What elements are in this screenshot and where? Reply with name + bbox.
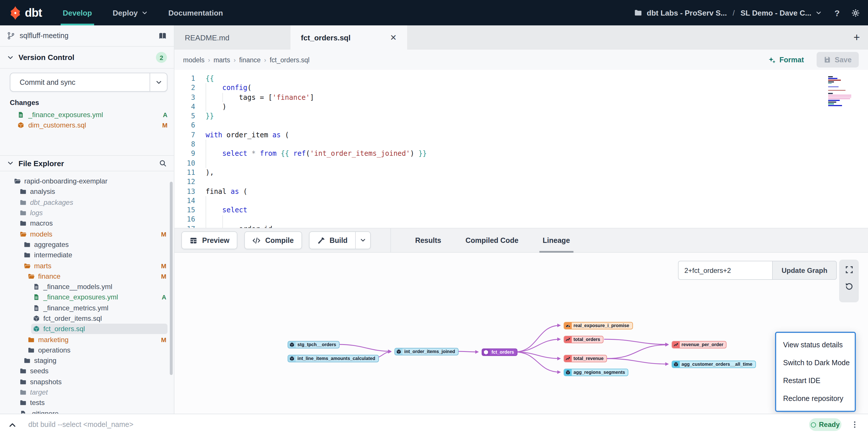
new-tab-button[interactable]: + [854, 31, 860, 44]
version-control-header[interactable]: Version Control 2 [0, 47, 174, 69]
lineage-node-agg-regions-segments[interactable]: agg_regions_segments [564, 368, 629, 376]
commit-and-sync-button[interactable]: Commit and sync [10, 73, 167, 92]
nav-documentation[interactable]: Documentation [168, 0, 223, 25]
lineage-node-real-exposure[interactable]: real_exposure_i_promise [564, 322, 633, 329]
fullscreen-icon[interactable] [845, 265, 853, 274]
dbt-logo[interactable]: dbt [8, 5, 42, 20]
menu-view-status-details[interactable]: View status details [776, 341, 855, 349]
ready-status-badge[interactable]: Ready [809, 418, 841, 431]
tab-lineage[interactable]: Lineage [542, 228, 570, 253]
kebab-menu-icon[interactable] [851, 421, 859, 429]
folder-icon [20, 188, 27, 195]
lineage-node-revenue-per-order[interactable]: revenue_per_order [672, 341, 727, 348]
breadcrumb-marts[interactable]: marts [214, 56, 239, 63]
file-tree-item-snapshots[interactable]: snapshots [0, 376, 175, 387]
file-tree-item-seeds[interactable]: seeds [0, 366, 175, 377]
file-tree-item-fct-order-items[interactable]: fct_order_items.sql [0, 313, 175, 324]
docs-book-icon[interactable] [158, 31, 167, 40]
status-dot-icon [811, 422, 816, 427]
build-options-dropdown[interactable] [355, 232, 370, 249]
indent-guide [206, 83, 206, 112]
lineage-node-total-orders[interactable]: total_orders [564, 335, 603, 343]
file-tree-item-aggregates[interactable]: aggregates [0, 239, 175, 250]
indent-guide [206, 196, 206, 228]
tab-results[interactable]: Results [415, 228, 441, 253]
code-editor[interactable]: 1{{ 2 config( 3 tags = ['finance'] 4 ) 5… [175, 70, 868, 228]
chevron-down-icon [360, 237, 366, 243]
dbt-command-input[interactable] [27, 420, 809, 429]
save-button[interactable]: Save [816, 52, 859, 67]
tab-compiled-code[interactable]: Compiled Code [465, 228, 518, 253]
changed-file-dim-customers[interactable]: dim_customers.sql M [17, 120, 167, 130]
preview-button[interactable]: Preview [181, 231, 238, 249]
menu-switch-dark-mode[interactable]: Switch to Dark Mode [776, 359, 855, 367]
file-tree-item-analysis[interactable]: analysis [0, 187, 175, 197]
reset-graph-icon[interactable] [845, 282, 853, 291]
panel-toolbar: Preview Compile Build Results Compiled C… [175, 228, 868, 253]
file-tree-item-marketing[interactable]: marketingM [0, 334, 175, 345]
status-modified: M [161, 273, 166, 280]
file-tree-item-finance-exposures-yml[interactable]: _finance_exposures.ymlA [0, 292, 175, 303]
compile-button[interactable]: Compile [245, 231, 302, 249]
folder-icon [24, 241, 31, 248]
folder-open-icon [14, 178, 21, 185]
lineage-node-fct-orders-selected[interactable]: fct_orders [482, 348, 518, 356]
model-cube-icon [564, 368, 572, 376]
lineage-controls [839, 260, 859, 302]
file-tree-item-tests[interactable]: tests [0, 398, 175, 408]
git-branch-icon [7, 32, 15, 40]
file-explorer-header[interactable]: File Explorer [0, 155, 174, 171]
file-tree-item-intermediate[interactable]: intermediate [0, 250, 175, 261]
lineage-node-stg-tpch-orders[interactable]: stg_tpch__orders [288, 341, 340, 348]
file-tree-item-finance-metrics-yml[interactable]: _finance_metrics.yml [0, 303, 175, 313]
nav-develop[interactable]: Develop [63, 0, 92, 25]
lineage-node-agg-customer-orders[interactable]: agg_customer_orders__all_time [672, 360, 756, 368]
version-control-title: Version Control [19, 53, 74, 62]
lineage-selector-group: Update Graph [678, 261, 837, 280]
file-tree-item-macros[interactable]: macros [0, 218, 175, 229]
breadcrumb-finance[interactable]: finance [239, 56, 270, 63]
changes-count-badge: 2 [156, 52, 167, 63]
build-button[interactable]: Build [309, 232, 355, 249]
code-line: tags = ['finance'] [206, 93, 314, 102]
minimap[interactable] [828, 76, 855, 107]
file-tree-item-root[interactable]: rapid-onboarding-exemplar [0, 176, 175, 187]
menu-reclone-repository[interactable]: Reclone repository [776, 394, 855, 402]
help-icon[interactable]: ? [835, 8, 840, 18]
file-tree-item-finance-models-yml[interactable]: _finance__models.yml [0, 281, 175, 292]
file-tree-item-marts[interactable]: martsM [0, 261, 175, 271]
file-tree-item-staging[interactable]: staging [0, 356, 175, 366]
file-tree-item-logs[interactable]: logs [0, 208, 175, 219]
close-icon[interactable]: ✕ [390, 33, 397, 42]
update-graph-button[interactable]: Update Graph [772, 261, 837, 280]
nav-deploy[interactable]: Deploy [113, 0, 148, 25]
file-tree-item-fct-orders-selected[interactable]: fct_orders.sql [31, 324, 167, 334]
file-tree-item-operations[interactable]: operations [0, 345, 175, 356]
status-modified: M [161, 262, 166, 269]
file-tree-scrollbar[interactable] [170, 182, 173, 375]
search-icon[interactable] [159, 159, 167, 167]
changed-file-finance-exposures[interactable]: _finance_exposures.yml A [17, 110, 167, 120]
floppy-save-icon [824, 56, 831, 63]
folder-open-icon [20, 231, 27, 237]
file-tree-item-finance[interactable]: financeM [0, 271, 175, 281]
breadcrumb-models[interactable]: models [183, 56, 214, 63]
account-project-switcher[interactable]: dbt Labs - ProServ S... / SL Demo - Dave… [647, 8, 822, 17]
code-line: order_id, [206, 225, 277, 228]
tab-readme[interactable]: README.md [175, 25, 290, 49]
commit-options-dropdown[interactable] [150, 73, 167, 91]
chevron-up-icon[interactable] [8, 420, 17, 429]
lineage-node-total-revenue[interactable]: total_revenue [564, 355, 607, 362]
file-tree-item-models[interactable]: modelsM [0, 229, 175, 239]
lineage-node-int-order-items-joined[interactable]: int_order_items_joined [395, 348, 459, 356]
menu-restart-ide[interactable]: Restart IDE [776, 377, 855, 385]
lineage-selector-input[interactable] [678, 261, 772, 280]
file-tree-item-dbt-packages[interactable]: dbt_packages [0, 197, 175, 208]
gear-icon[interactable] [851, 8, 860, 17]
file-tree-item-target[interactable]: target [0, 387, 175, 398]
file-tree-item-gitignore[interactable]: .gitignore [0, 408, 175, 414]
tab-fct-orders[interactable]: fct_orders.sql✕ [290, 25, 407, 49]
lineage-node-int-line-items[interactable]: int_line_items_amounts_calculated [288, 355, 378, 362]
format-button[interactable]: Format [768, 56, 804, 64]
folder-icon [20, 220, 27, 227]
